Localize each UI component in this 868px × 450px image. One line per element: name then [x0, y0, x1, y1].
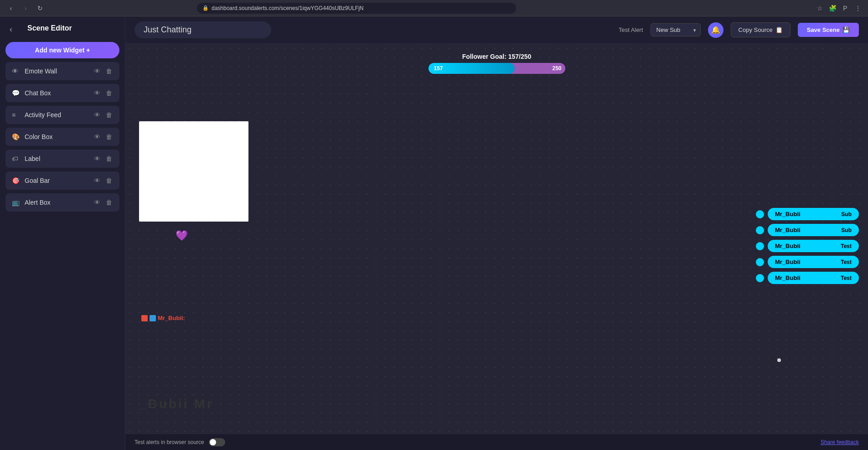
alert-box-icon: 📺	[12, 199, 20, 206]
follower-goal-title: Follower Goal: 157/250	[429, 53, 565, 60]
chat-widget-box	[139, 121, 248, 222]
copy-source-button[interactable]: Copy Source 📋	[731, 22, 790, 37]
label-visibility[interactable]: 👁	[93, 154, 101, 163]
sidebar-back-button[interactable]: ‹	[5, 24, 16, 35]
toggle-knob	[210, 439, 216, 445]
sidebar-item-activity-feed[interactable]: ≡ Activity Feed 👁 🗑	[5, 106, 119, 124]
test-alerts-toggle[interactable]	[209, 438, 225, 446]
test-alert-select[interactable]: New Sub New Follow Donation Bits Raid	[651, 23, 701, 36]
share-feedback-button[interactable]: Share feedback	[821, 439, 859, 445]
test-alert-label: Test Alert	[619, 26, 643, 33]
activity-name-1: Mr_Bubii	[775, 227, 801, 233]
alert-box-delete[interactable]: 🗑	[105, 198, 113, 207]
activity-name-0: Mr_Bubii	[775, 211, 801, 217]
status-bar: Test alerts in browser source Share feed…	[125, 434, 868, 450]
activity-item-0: Mr_Bubii Sub	[756, 208, 859, 220]
goal-bar-label: Goal Bar	[25, 177, 88, 184]
sidebar-item-goal-bar[interactable]: 🎯 Goal Bar 👁 🗑	[5, 171, 119, 190]
browser-chrome: ‹ › ↻ 🔒 dashboard.soundalerts.com/scenes…	[0, 0, 868, 16]
alert-box-visibility[interactable]: 👁	[93, 198, 101, 207]
chat-box-actions: 👁 🗑	[93, 88, 113, 98]
follower-goal-widget: Follower Goal: 157/250 157 250	[429, 53, 565, 74]
activity-item-3: Mr_Bubii Test	[756, 256, 859, 268]
activity-type-1: Sub	[841, 227, 852, 233]
color-box-actions: 👁 🗑	[93, 132, 113, 141]
follower-goal-current: 157	[434, 65, 443, 72]
activity-item-4: Mr_Bubii Test	[756, 272, 859, 284]
goal-bar-delete[interactable]: 🗑	[105, 176, 113, 185]
menu-button[interactable]: ⋮	[853, 4, 863, 13]
test-alerts-toggle-group: Test alerts in browser source	[134, 438, 225, 446]
goal-bar-visibility[interactable]: 👁	[93, 176, 101, 185]
chat-box-icon: 💬	[12, 89, 20, 97]
chat-box-label: Chat Box	[25, 89, 88, 97]
follower-goal-target: 250	[552, 65, 561, 72]
chat-badge-blue	[150, 315, 156, 321]
address-bar[interactable]: 🔒 dashboard.soundalerts.com/scenes/1iqwY…	[197, 3, 516, 14]
activity-feed-visibility[interactable]: 👁	[93, 110, 101, 119]
activity-name-3: Mr_Bubii	[775, 259, 801, 265]
sidebar-title: Scene Editor	[16, 24, 72, 32]
activity-card-4: Mr_Bubii Test	[768, 272, 859, 284]
activity-dot-0	[756, 210, 764, 218]
activity-card-2: Mr_Bubii Test	[768, 240, 859, 252]
star-button[interactable]: ☆	[815, 4, 824, 13]
sidebar: ‹ Scene Editor Add new Widget + 👁 Emote …	[0, 16, 125, 450]
sidebar-item-color-box[interactable]: 🎨 Color Box 👁 🗑	[5, 128, 119, 146]
goal-bar-icon: 🎯	[12, 177, 20, 184]
goal-bar-actions: 👁 🗑	[93, 176, 113, 185]
activity-feed-label: Activity Feed	[25, 111, 88, 119]
emote-wall-icon: 👁	[12, 67, 20, 75]
ticker-text: _Bubii Mr	[125, 397, 214, 411]
forward-button[interactable]: ›	[20, 3, 31, 14]
chat-box-delete[interactable]: 🗑	[105, 88, 113, 98]
test-alert-select-wrapper: New Sub New Follow Donation Bits Raid	[651, 23, 701, 36]
emote-wall-label: Emote Wall	[25, 67, 88, 75]
activity-item-2: Mr_Bubii Test	[756, 240, 859, 252]
activity-type-0: Sub	[841, 211, 852, 217]
activity-type-3: Test	[841, 259, 852, 265]
copy-icon: 📋	[775, 26, 783, 33]
add-widget-button[interactable]: Add new Widget +	[5, 42, 119, 58]
back-button[interactable]: ‹	[5, 3, 16, 14]
activity-feed-delete[interactable]: 🗑	[105, 110, 113, 119]
profile-button[interactable]: P	[841, 4, 850, 13]
test-alert-button[interactable]: 🔔	[708, 22, 723, 38]
emote-wall-delete[interactable]: 🗑	[105, 67, 113, 76]
activity-card-1: Mr_Bubii Sub	[768, 224, 859, 236]
activity-name-2: Mr_Bubii	[775, 243, 801, 249]
scene-name: Just Chatting	[134, 21, 271, 38]
save-scene-button[interactable]: Save Scene 💾	[798, 23, 859, 37]
activity-card-3: Mr_Bubii Test	[768, 256, 859, 268]
color-box-label: Color Box	[25, 133, 88, 140]
bottom-ticker: _Bubii Mr	[125, 393, 868, 415]
sidebar-item-emote-wall[interactable]: 👁 Emote Wall 👁 🗑	[5, 62, 119, 80]
label-actions: 👁 🗑	[93, 154, 113, 163]
sidebar-item-label[interactable]: 🏷 Label 👁 🗑	[5, 150, 119, 168]
follower-goal-bar-background: 157 250	[429, 63, 565, 74]
chat-box-visibility[interactable]: 👁	[93, 88, 101, 98]
color-box-delete[interactable]: 🗑	[105, 132, 113, 141]
top-bar: Just Chatting Test Alert New Sub New Fol…	[125, 16, 868, 44]
activity-feed-actions: 👁 🗑	[93, 110, 113, 119]
activity-dot-4	[756, 274, 764, 282]
url-text: dashboard.soundalerts.com/scenes/1iqwYGG…	[212, 5, 364, 11]
reload-button[interactable]: ↻	[35, 3, 46, 14]
save-icon: 💾	[842, 26, 850, 33]
test-alerts-label: Test alerts in browser source	[134, 439, 204, 445]
canvas-wrapper[interactable]: Follower Goal: 157/250 157 250 Mr_Bubii:…	[125, 44, 868, 434]
activity-feed-icon: ≡	[12, 111, 20, 119]
app-container: ‹ Scene Editor Add new Widget + 👁 Emote …	[0, 16, 868, 450]
browser-actions: ☆ 🧩 P ⋮	[815, 4, 863, 13]
chat-badge-red	[141, 315, 148, 321]
activity-dot-2	[756, 242, 764, 250]
extensions-button[interactable]: 🧩	[828, 4, 837, 13]
sidebar-item-chat-box[interactable]: 💬 Chat Box 👁 🗑	[5, 84, 119, 102]
emote-wall-visibility[interactable]: 👁	[93, 67, 101, 76]
activity-name-4: Mr_Bubii	[775, 274, 801, 281]
alert-box-label: Alert Box	[25, 199, 88, 206]
color-box-visibility[interactable]: 👁	[93, 132, 101, 141]
sidebar-item-alert-box[interactable]: 📺 Alert Box 👁 🗑	[5, 193, 119, 212]
activity-type-2: Test	[841, 243, 852, 249]
label-delete[interactable]: 🗑	[105, 154, 113, 163]
